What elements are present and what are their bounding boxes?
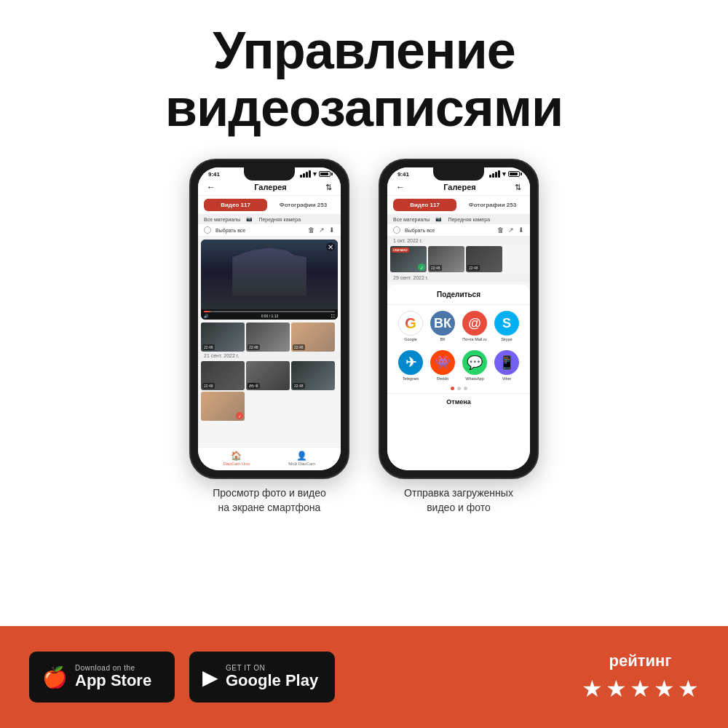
thumb-time: 22:48 xyxy=(202,383,215,389)
tab-photos-left[interactable]: Фотографии 253 xyxy=(272,199,335,211)
dot-3 xyxy=(464,387,467,390)
app-bar-left: ← Галерея ⇅ xyxy=(198,179,341,196)
video-controls-left: 🔊 0:00 / 1:12 ⛶ xyxy=(201,309,338,320)
battery-icon xyxy=(319,171,331,177)
sort-icon-right[interactable]: ⇅ xyxy=(515,183,521,192)
appstore-name: App Store xyxy=(75,672,151,689)
select-all-circle-left[interactable] xyxy=(204,226,211,234)
whatsapp-label: WhatsApp xyxy=(465,376,483,381)
back-button-right[interactable]: ← xyxy=(396,182,405,192)
googleplay-name: Google Play xyxy=(226,672,318,689)
filter-cam-left[interactable]: Передняя камера xyxy=(258,217,301,222)
thumb-item[interactable]: 22:48 (H) xyxy=(246,361,290,390)
filter-all-left[interactable]: Все материалы xyxy=(204,217,240,222)
share-app-whatsapp[interactable]: 💬 WhatsApp xyxy=(462,350,487,381)
back-button-left[interactable]: ← xyxy=(207,182,215,192)
phone-left-notch xyxy=(244,167,295,181)
thumb-time: 22:48 xyxy=(293,383,305,389)
share-app-telegram[interactable]: ✈ Telegram xyxy=(398,350,423,381)
phones-section: 9:41 ▾ xyxy=(0,151,728,626)
share-icon-left[interactable]: ↗ xyxy=(319,226,325,234)
status-time-right: 9:41 xyxy=(397,171,409,178)
page-title: Управление видеозаписями xyxy=(29,22,699,137)
thumb-item[interactable]: 22:48 xyxy=(291,361,335,390)
signal-icon-right xyxy=(489,170,500,178)
share-sheet-right: Поделиться G Google xyxy=(387,285,530,470)
share-icon-right[interactable]: ↗ xyxy=(508,226,514,234)
star-3: ★ xyxy=(630,675,651,703)
reddit-icon: 👾 xyxy=(430,350,455,375)
gallery-title-right: Галерея xyxy=(443,183,475,191)
share-app-skype[interactable]: S Skype xyxy=(494,311,519,341)
download-icon-left[interactable]: ⬇ xyxy=(329,226,335,234)
filter-bar-right: Все материалы 📷 Передняя камера xyxy=(387,214,530,224)
share-dots xyxy=(387,384,530,393)
status-icons-left: ▾ xyxy=(300,170,331,178)
googleplay-icon: ▶ xyxy=(202,665,218,689)
filter-bar-left: Все материалы 📷 Передняя камера xyxy=(198,214,341,224)
thumb-item[interactable]: 22:48 xyxy=(201,323,245,352)
thumb-item[interactable]: 22:48 xyxy=(246,323,290,352)
video-grid-bottom-left: 22:48 22:48 22:48 xyxy=(198,323,341,352)
select-all-circle-right[interactable] xyxy=(393,226,400,234)
video-player-left[interactable]: ⏸ ✕ 🔊 0:00 / 1:12 ⛶ xyxy=(201,240,338,320)
thumb-item[interactable]: 22:48 xyxy=(291,323,335,352)
phone-right-container: 9:41 ▾ xyxy=(379,159,539,515)
trash-icon-left[interactable]: 🗑 xyxy=(308,226,314,234)
phone-right-screen: 9:41 ▾ xyxy=(387,167,530,470)
google-icon: G xyxy=(398,311,423,336)
share-apps-row2: ✈ Telegram 👾 Reddit 💬 WhatsA xyxy=(387,344,530,384)
share-app-reddit[interactable]: 👾 Reddit xyxy=(430,350,455,381)
appstore-button[interactable]: 🍎 Download on the App Store xyxy=(29,652,175,703)
cancel-button-right[interactable]: Отмена xyxy=(387,393,530,410)
apple-icon: 🍎 xyxy=(42,665,68,689)
gallery-title-left: Галерея xyxy=(254,183,286,191)
download-icon-right[interactable]: ⬇ xyxy=(518,226,524,234)
downloaded-badge: СКАЧАНО xyxy=(392,248,409,253)
home-icon-left: 🏠 xyxy=(231,451,242,461)
mailru-icon: @ xyxy=(462,311,487,336)
thumb-item[interactable]: ✓ xyxy=(201,392,245,421)
sort-icon-left[interactable]: ⇅ xyxy=(325,183,332,192)
tab-video-left[interactable]: Видео 117 xyxy=(204,199,267,211)
rating-label: рейтинг xyxy=(609,652,672,670)
select-bar-right: Выбрать все 🗑 ↗ ⬇ xyxy=(387,224,530,237)
tabs-bar-right: Видео 117 Фотографии 253 xyxy=(387,196,530,214)
share-app-google[interactable]: G Google xyxy=(398,311,423,341)
mini-thumb[interactable]: 22:48 xyxy=(428,246,464,272)
tab-photos-right[interactable]: Фотографии 253 xyxy=(461,199,524,211)
mailru-label: Почта Mail.ru xyxy=(462,337,486,341)
share-app-viber[interactable]: 📱 Viber xyxy=(494,350,519,381)
select-all-label-left: Выбрать все xyxy=(215,228,304,233)
thumb-item[interactable]: 22:48 xyxy=(201,361,245,390)
progress-bar-left[interactable] xyxy=(204,311,335,312)
filter-cam-right[interactable]: Передняя камера xyxy=(448,217,490,222)
volume-icon-left: 🔊 xyxy=(204,314,208,318)
phone-left-frame: 9:41 ▾ xyxy=(189,159,349,479)
fullscreen-icon-left[interactable]: ⛶ xyxy=(331,314,335,318)
video-time-row-left: 🔊 0:00 / 1:12 ⛶ xyxy=(204,314,335,318)
nav-daocam-left[interactable]: 🏠 DaoCam Uno xyxy=(223,451,250,466)
trash-icon-right[interactable]: 🗑 xyxy=(497,226,504,234)
tab-video-right[interactable]: Видео 117 xyxy=(393,199,456,211)
rating-section: рейтинг ★ ★ ★ ★ ★ xyxy=(582,652,699,703)
section-date2-right: 29 сент. 2022 г. xyxy=(387,274,530,282)
filter-all-right[interactable]: Все материалы xyxy=(393,217,430,222)
section-date-left: 21 сент. 2022 г. xyxy=(198,352,341,360)
viber-label: Viber xyxy=(502,376,512,381)
wifi-icon: ▾ xyxy=(313,170,317,178)
mini-thumb-row1-right: СКАЧАНО ✓ 22:48 22:48 xyxy=(387,245,530,274)
mini-thumb[interactable]: СКАЧАНО ✓ xyxy=(390,246,427,272)
googleplay-text: GET IT ON Google Play xyxy=(226,664,318,689)
share-app-mailru[interactable]: @ Почта Mail.ru xyxy=(462,311,487,341)
mini-thumb[interactable]: 22:48 xyxy=(466,246,502,272)
status-icons-right: ▾ xyxy=(489,170,520,178)
phone-right-notch xyxy=(433,167,484,181)
nav-my-daocam-left[interactable]: 👤 Мой DaoCam xyxy=(288,451,315,466)
dot-1 xyxy=(451,387,454,390)
share-app-vk[interactable]: ВК ВК xyxy=(430,311,455,341)
googleplay-button[interactable]: ▶ GET IT ON Google Play xyxy=(189,652,335,703)
signal-icon xyxy=(300,170,311,178)
camera-icon-right: 📷 xyxy=(435,216,442,222)
battery-icon-right xyxy=(508,171,520,177)
